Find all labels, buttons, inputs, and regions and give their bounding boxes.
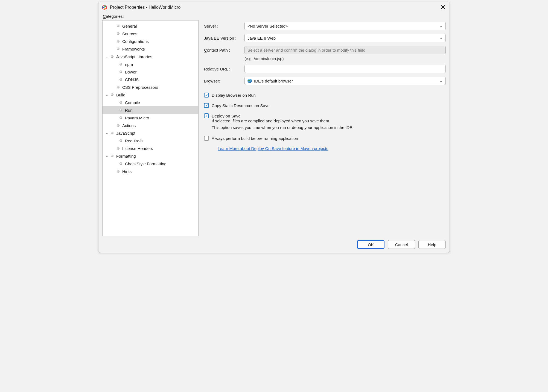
dialog-title: Project Properties - HelloWorldMicro (110, 5, 440, 10)
copy-static-checkbox-row[interactable]: ✓ Copy Static Resources on Save (204, 103, 446, 108)
display-browser-label: Display Browser on Run (212, 93, 256, 98)
bullet-icon (117, 170, 119, 173)
browser-select[interactable]: IDE's default browser ⌄ (244, 77, 446, 85)
bullet-icon (117, 25, 119, 27)
server-select[interactable]: <No Server Selected> ⌄ (244, 22, 446, 30)
app-icon (102, 5, 107, 10)
bullet-icon (119, 70, 122, 73)
tree-item-actions[interactable]: Actions (103, 122, 198, 129)
bullet-icon (111, 93, 113, 96)
bullet-icon (117, 40, 119, 43)
close-icon (441, 5, 445, 9)
bullet-icon (117, 147, 119, 150)
bullet-icon (117, 48, 119, 50)
svg-marker-2 (103, 6, 105, 8)
deploy-on-save-description: If selected, files are compiled and depl… (212, 118, 446, 131)
checkbox-unchecked-icon[interactable]: ✓ (204, 136, 209, 141)
tree-item-hints[interactable]: Hints (103, 167, 198, 175)
bullet-icon (119, 101, 122, 104)
bullet-icon (119, 109, 122, 111)
javaee-version-select[interactable]: Java EE 8 Web ⌄ (244, 34, 446, 42)
always-build-label: Always perform build before running appl… (212, 136, 298, 141)
copy-static-label: Copy Static Resources on Save (212, 103, 270, 108)
tree-item-compile[interactable]: Compile (103, 99, 198, 106)
chevron-down-icon: ⌄ (439, 36, 443, 40)
help-button[interactable]: Help (418, 240, 446, 249)
context-path-label: Context Path : (204, 48, 244, 52)
context-path-hint: (e.g. /admin/login.jsp) (244, 56, 446, 61)
relative-url-label: Relative URL : (204, 67, 244, 71)
bullet-icon (111, 155, 113, 157)
server-label: Server : (204, 24, 244, 28)
tree-item-run[interactable]: Run (103, 106, 198, 114)
tree-item-requirejs[interactable]: RequireJs (103, 137, 198, 145)
tree-item-general[interactable]: General (103, 22, 198, 30)
bullet-icon (119, 116, 122, 119)
chevron-down-icon[interactable]: ⌄ (105, 131, 109, 135)
close-button[interactable] (440, 4, 446, 11)
titlebar: Project Properties - HelloWorldMicro (98, 2, 450, 13)
tree-item-javascript[interactable]: ⌄JavaScript (103, 129, 198, 137)
tree-item-checkstyle-formatting[interactable]: CheckStyle Formatting (103, 160, 198, 167)
chevron-down-icon: ⌄ (439, 23, 443, 28)
bullet-icon (119, 162, 122, 165)
tree-item-css-preprocessors[interactable]: CSS Preprocessors (103, 83, 198, 91)
tree-item-payara-micro[interactable]: Payara Micro (103, 114, 198, 122)
tree-item-license-headers[interactable]: License Headers (103, 145, 198, 152)
categories-label: Categories: (103, 14, 446, 19)
bullet-icon (111, 55, 113, 58)
bullet-icon (117, 32, 119, 35)
learn-more-link[interactable]: Learn More about Deploy On Save feature … (218, 146, 446, 151)
tree-item-bower[interactable]: Bower (103, 68, 198, 76)
bullet-icon (117, 86, 119, 89)
tree-item-npm[interactable]: npm (103, 60, 198, 68)
tree-item-formatting[interactable]: ⌄Formatting (103, 152, 198, 160)
browser-value: IDE's default browser (254, 79, 293, 83)
javaee-version-label: Java EE Version : (204, 36, 244, 40)
cancel-button[interactable]: Cancel (388, 240, 415, 249)
dialog-footer: OK Cancel Help (102, 236, 446, 249)
checkbox-checked-icon[interactable]: ✓ (204, 103, 209, 108)
globe-icon (247, 79, 252, 83)
tree-item-js-libraries[interactable]: ⌄JavaScript Libraries (103, 53, 198, 60)
context-path-input: Select a server and confirm the dialog i… (244, 46, 446, 54)
run-settings-panel: Server : <No Server Selected> ⌄ Java EE … (204, 20, 446, 236)
categories-tree[interactable]: General Sources Configurations Framework… (102, 20, 199, 236)
bullet-icon (111, 132, 113, 134)
ok-button[interactable]: OK (357, 240, 384, 249)
tree-item-build[interactable]: ⌄Build (103, 91, 198, 99)
tree-item-sources[interactable]: Sources (103, 30, 198, 37)
display-browser-checkbox-row[interactable]: ✓ Display Browser on Run (204, 93, 446, 98)
relative-url-input[interactable] (244, 65, 446, 73)
chevron-down-icon[interactable]: ⌄ (105, 154, 109, 158)
bullet-icon (117, 124, 119, 127)
bullet-icon (119, 139, 122, 142)
bullet-icon (119, 63, 122, 66)
server-value: <No Server Selected> (247, 24, 288, 28)
chevron-down-icon[interactable]: ⌄ (105, 55, 109, 58)
tree-item-cdnjs[interactable]: CDNJS (103, 76, 198, 83)
checkbox-checked-icon[interactable]: ✓ (204, 113, 209, 118)
project-properties-dialog: Project Properties - HelloWorldMicro Cat… (98, 2, 450, 253)
bullet-icon (119, 78, 122, 81)
chevron-down-icon[interactable]: ⌄ (105, 93, 109, 97)
browser-label: Browser: (204, 79, 244, 83)
tree-item-frameworks[interactable]: Frameworks (103, 45, 198, 53)
checkbox-checked-icon[interactable]: ✓ (204, 93, 209, 98)
always-build-checkbox-row[interactable]: ✓ Always perform build before running ap… (204, 136, 446, 141)
chevron-down-icon: ⌄ (439, 78, 443, 83)
tree-item-configurations[interactable]: Configurations (103, 37, 198, 45)
javaee-version-value: Java EE 8 Web (247, 36, 276, 40)
deploy-on-save-label: Deploy on Save (212, 114, 241, 118)
